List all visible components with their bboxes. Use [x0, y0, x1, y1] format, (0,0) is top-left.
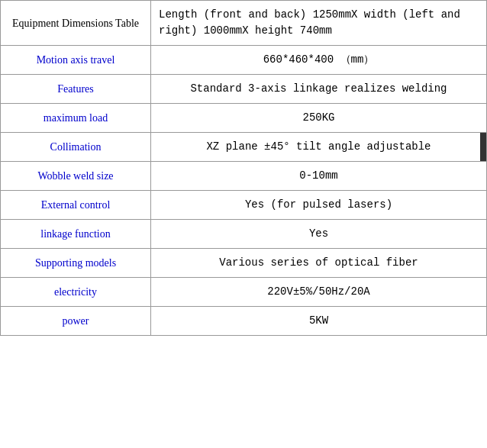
table-row: maximum load250KG — [1, 104, 487, 133]
row-value: 0-10mm — [151, 162, 487, 191]
row-label: Features — [1, 75, 151, 104]
row-value: 660*460*400 （mm） — [151, 46, 487, 75]
table-row: FeaturesStandard 3-axis linkage realizes… — [1, 75, 487, 104]
row-label: External control — [1, 191, 151, 220]
row-label: Collimation — [1, 133, 151, 162]
table-row: Supporting modelsVarious series of optic… — [1, 249, 487, 278]
row-value: Standard 3-axis linkage realizes welding — [151, 75, 487, 104]
table-row: CollimationXZ plane ±45° tilt angle adju… — [1, 133, 487, 162]
row-value: 220V±5%/50Hz/20A — [151, 278, 487, 307]
row-label: linkage function — [1, 220, 151, 249]
row-label: Motion axis travel — [1, 46, 151, 75]
row-label: power — [1, 307, 151, 336]
row-value: 5KW — [151, 307, 487, 336]
header-row: Equipment Dimensions Table Length (front… — [1, 1, 487, 46]
row-label: maximum load — [1, 104, 151, 133]
row-value: Yes (for pulsed lasers) — [151, 191, 487, 220]
header-label: Equipment Dimensions Table — [1, 1, 151, 46]
row-value: XZ plane ±45° tilt angle adjustable — [151, 133, 487, 162]
row-label: electricity — [1, 278, 151, 307]
row-value: 250KG — [151, 104, 487, 133]
row-label: Supporting models — [1, 249, 151, 278]
row-label: Wobble weld size — [1, 162, 151, 191]
table-row: External controlYes (for pulsed lasers) — [1, 191, 487, 220]
scrollbar-indicator — [480, 133, 486, 161]
table-row: power5KW — [1, 307, 487, 336]
equipment-dimensions-table: Equipment Dimensions Table Length (front… — [0, 0, 487, 336]
table-row: electricity220V±5%/50Hz/20A — [1, 278, 487, 307]
table-row: linkage functionYes — [1, 220, 487, 249]
row-value: Various series of optical fiber — [151, 249, 487, 278]
table-row: Motion axis travel660*460*400 （mm） — [1, 46, 487, 75]
row-value: Yes — [151, 220, 487, 249]
header-value: Length (front and back) 1250mmX width (l… — [151, 1, 487, 46]
table-row: Wobble weld size0-10mm — [1, 162, 487, 191]
